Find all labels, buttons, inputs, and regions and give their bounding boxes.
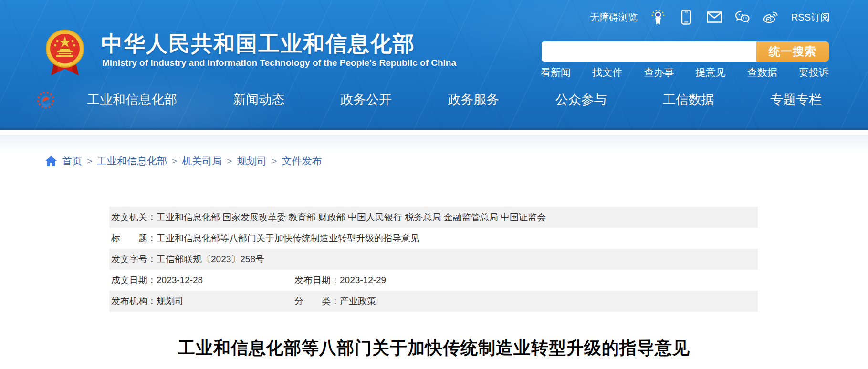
weibo-icon[interactable] bbox=[763, 10, 778, 25]
table-row-dates: 成文日期： 2023-12-28 发布日期： 2023-12-29 bbox=[109, 270, 758, 291]
breadcrumb: 首页 > 工业和信息化部 > 机关司局 > 规划司 > 文件发布 bbox=[45, 154, 322, 168]
meta-label: 成文日期： bbox=[111, 274, 157, 287]
accessibility-link[interactable]: 无障碍浏览 bbox=[590, 11, 638, 24]
quick-link-feedback[interactable]: 提意见 bbox=[696, 66, 726, 79]
robot-mascot-icon[interactable] bbox=[650, 10, 666, 25]
quick-links: 看新闻 找文件 查办事 提意见 查数据 要投诉 bbox=[541, 66, 829, 79]
breadcrumb-separator: > bbox=[172, 156, 177, 166]
meta-value: 产业政策 bbox=[340, 295, 376, 308]
nav-item-gov-services[interactable]: 政务服务 bbox=[448, 91, 499, 108]
document-title: 工业和信息化部等八部门关于加快传统制造业转型升级的指导意见 bbox=[0, 337, 868, 360]
unified-search-button[interactable]: 统一搜索 bbox=[756, 41, 829, 62]
rss-link[interactable]: RSS订阅 bbox=[791, 11, 830, 24]
meta-value: 2023-12-28 bbox=[157, 275, 203, 286]
quick-link-documents[interactable]: 找文件 bbox=[592, 66, 622, 79]
breadcrumb-item-planning-dept[interactable]: 规划司 bbox=[237, 154, 267, 168]
meta-label: 分 类： bbox=[294, 295, 340, 308]
quick-link-services[interactable]: 查办事 bbox=[644, 66, 674, 79]
search-input[interactable] bbox=[542, 41, 756, 62]
document-meta-table: 发文机关： 工业和信息化部 国家发展改革委 教育部 财政部 中国人民银行 税务总… bbox=[109, 207, 758, 312]
meta-value: 工业和信息化部等八部门关于加快传统制造业转型升级的指导意见 bbox=[157, 232, 419, 245]
quick-link-data[interactable]: 查数据 bbox=[747, 66, 777, 79]
meta-label: 标 题： bbox=[111, 232, 157, 245]
home-icon bbox=[45, 155, 57, 167]
content-top-shade bbox=[0, 135, 868, 151]
mail-icon[interactable] bbox=[707, 10, 722, 25]
miit-e-logo-icon bbox=[36, 91, 55, 110]
meta-label: 发文机关： bbox=[111, 211, 157, 224]
china-national-emblem bbox=[45, 28, 85, 77]
quick-link-news[interactable]: 看新闻 bbox=[541, 66, 571, 79]
search-bar: 统一搜索 bbox=[542, 41, 829, 62]
meta-value: 工业和信息化部 国家发展改革委 教育部 财政部 中国人民银行 税务总局 金融监管… bbox=[157, 211, 546, 224]
site-title-en: Ministry of Industry and Information Tec… bbox=[102, 58, 456, 68]
table-row-issuing-agencies: 发文机关： 工业和信息化部 国家发展改革委 教育部 财政部 中国人民银行 税务总… bbox=[109, 207, 758, 228]
wechat-icon[interactable] bbox=[735, 10, 750, 25]
nav-item-special-topics[interactable]: 专题专栏 bbox=[770, 91, 822, 108]
meta-label: 发文字号： bbox=[111, 253, 157, 266]
site-title-cn: 中华人民共和国工业和信息化部 bbox=[101, 30, 415, 58]
nav-item-public-participation[interactable]: 公众参与 bbox=[555, 91, 607, 108]
nav-item-miit[interactable]: 工业和信息化部 bbox=[87, 91, 177, 108]
nav-items: 工业和信息化部 新闻动态 政务公开 政务服务 公众参与 工信数据 专题专栏 bbox=[87, 80, 822, 119]
table-row-title: 标 题： 工业和信息化部等八部门关于加快传统制造业转型升级的指导意见 bbox=[109, 228, 758, 249]
quick-link-complaint[interactable]: 要投诉 bbox=[799, 66, 829, 79]
nav-item-gov-disclosure[interactable]: 政务公开 bbox=[340, 91, 392, 108]
meta-value: 2023-12-29 bbox=[340, 275, 386, 286]
breadcrumb-item-document-release[interactable]: 文件发布 bbox=[282, 154, 322, 168]
breadcrumb-item-miit[interactable]: 工业和信息化部 bbox=[97, 154, 167, 168]
mobile-icon[interactable] bbox=[679, 10, 694, 25]
breadcrumb-item-departments[interactable]: 机关司局 bbox=[182, 154, 222, 168]
meta-label: 发布机构： bbox=[111, 295, 157, 308]
meta-value: 工信部联规〔2023〕258号 bbox=[157, 253, 264, 266]
meta-label: 发布日期： bbox=[294, 274, 340, 287]
table-row-document-number: 发文字号： 工信部联规〔2023〕258号 bbox=[109, 249, 758, 270]
page: 无障碍浏览 bbox=[0, 0, 868, 369]
nav-item-miit-data[interactable]: 工信数据 bbox=[663, 91, 714, 108]
main-nav: 工业和信息化部 新闻动态 政务公开 政务服务 公众参与 工信数据 专题专栏 bbox=[0, 80, 868, 119]
breadcrumb-separator: > bbox=[227, 156, 232, 166]
meta-value: 规划司 bbox=[157, 295, 184, 308]
table-row-publisher-category: 发布机构： 规划司 分 类： 产业政策 bbox=[109, 291, 758, 312]
breadcrumb-separator: > bbox=[272, 156, 277, 166]
site-header: 无障碍浏览 bbox=[0, 0, 868, 130]
breadcrumb-separator: > bbox=[87, 156, 92, 166]
breadcrumb-home[interactable]: 首页 bbox=[62, 154, 82, 168]
utility-bar: 无障碍浏览 bbox=[590, 9, 830, 26]
nav-item-news[interactable]: 新闻动态 bbox=[233, 91, 284, 108]
